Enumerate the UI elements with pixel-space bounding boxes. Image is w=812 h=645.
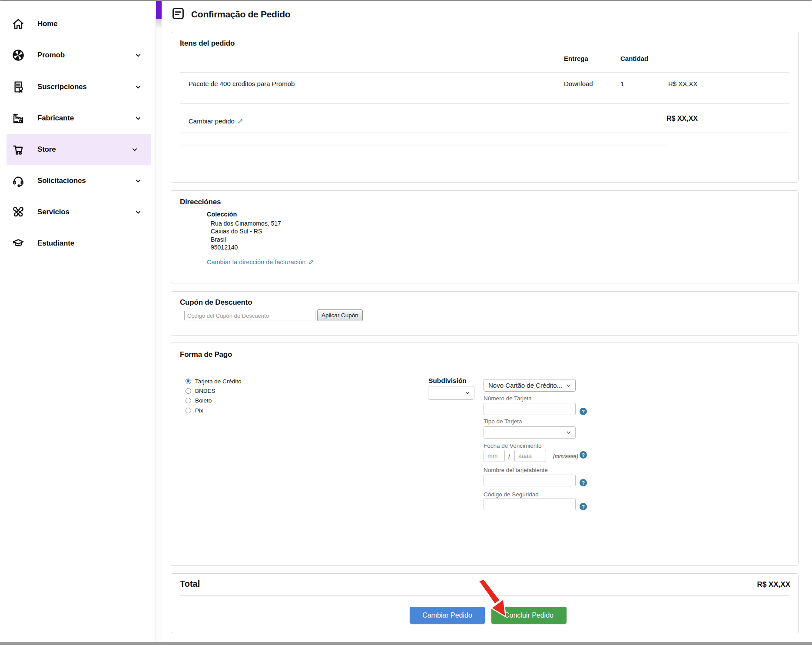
main-content: Confirmação de Pedido Itens del pedido E…: [162, 1, 812, 642]
subscriptions-icon: [11, 80, 25, 94]
expiry-separator: /: [508, 452, 510, 460]
subdivision-label: Subdivisión: [428, 377, 467, 385]
cvv-label: Código de Seguridad: [484, 491, 539, 498]
items-subtotal: R$ XX,XX: [666, 115, 698, 123]
sidebar-item-label: Store: [37, 145, 56, 154]
divider-short: [180, 146, 667, 146]
payment-method-boleto[interactable]: Boleto: [186, 397, 212, 404]
confirm-order-button[interactable]: Concluir Pedido: [491, 607, 567, 624]
addresses-card: Direcciónes Colección Rua dos Cinamomos,…: [171, 190, 799, 283]
chevron-down-icon: [566, 382, 572, 389]
total-card: Total R$ XX,XX Cambiar Pedido Concluir P…: [171, 573, 799, 633]
order-item-link[interactable]: Pacote de 400 creditos para Promob: [189, 80, 295, 87]
payment-method-pix[interactable]: Pix: [186, 407, 203, 414]
expiry-format-hint: (mm/aaaa): [553, 453, 578, 459]
page-header: Confirmação de Pedido: [171, 7, 290, 22]
coupon-title: Cupón de Descuento: [180, 298, 252, 307]
sidebar-item-store[interactable]: Store: [7, 134, 151, 165]
cardholder-help-icon[interactable]: ?: [580, 479, 587, 486]
column-header-cantidad: Cantidad: [620, 55, 648, 62]
home-icon: [11, 17, 25, 31]
sidebar-item-fabricante[interactable]: Fabricante: [0, 103, 155, 134]
chevron-down-icon: [134, 176, 143, 185]
chevron-down-icon: [134, 114, 143, 123]
subdivision-select[interactable]: [428, 386, 474, 400]
sidebar-item-label: Estudiante: [37, 239, 74, 248]
cvv-input[interactable]: [484, 499, 576, 510]
sidebar-item-suscripciones[interactable]: Suscripciones: [0, 71, 155, 103]
payment-title: Forma de Pago: [180, 350, 232, 359]
apply-coupon-button[interactable]: Aplicar Cupón: [317, 309, 363, 321]
payment-card: Forma de Pago Tarjeta de Crédito BNDES B…: [171, 342, 799, 566]
order-items-title: Itens del pedido: [180, 39, 235, 48]
order-item-entrega: Download: [564, 80, 593, 87]
card-type-label: Tipo de Tarjeta: [484, 418, 522, 425]
card-number-help-icon[interactable]: ?: [580, 408, 587, 415]
sidebar-item-label: Suscripciones: [37, 83, 87, 91]
card-number-input[interactable]: [484, 403, 576, 415]
card-type-select[interactable]: [484, 426, 576, 439]
expiry-year-input[interactable]: [514, 450, 546, 462]
change-billing-address-link[interactable]: Cambiar la dirección de facturación: [207, 258, 315, 266]
chevron-down-icon: [134, 208, 143, 216]
expiry-label: Fecha de Vencimiento: [484, 442, 542, 449]
saved-card-select[interactable]: Novo Cartão de Crédito...: [484, 379, 576, 392]
order-item-cantidad: 1: [620, 80, 624, 87]
change-order-link[interactable]: Cambiar pedido: [189, 117, 244, 125]
divider: [180, 103, 789, 104]
cvv-help-icon[interactable]: ?: [580, 503, 587, 510]
radio-icon[interactable]: [186, 388, 191, 394]
coupon-card: Cupón de Descuento Aplicar Cupón: [171, 291, 799, 336]
chevron-down-icon: [566, 429, 572, 436]
sidebar-item-estudiante[interactable]: Estudiante: [0, 228, 155, 259]
promob-logo-icon: [11, 48, 25, 62]
sidebar-item-solicitaciones[interactable]: Solicitaciones: [0, 165, 155, 196]
change-order-button[interactable]: Cambiar Pedido: [410, 607, 485, 624]
sidebar-item-label: Fabricante: [37, 114, 74, 123]
saved-card-select-value: Novo Cartão de Crédito...: [488, 382, 566, 389]
divider: [180, 595, 789, 596]
cardholder-label: Nombre del tarjetabiente: [484, 467, 548, 473]
sidebar-item-servicios[interactable]: Servicios: [0, 196, 155, 228]
sidebar-item-label: Promob: [37, 51, 65, 60]
divider: [180, 133, 789, 133]
expiry-help-icon[interactable]: ?: [580, 451, 587, 459]
main-scrollbar-track[interactable]: [155, 1, 162, 642]
sidebar-item-home[interactable]: Home: [0, 8, 155, 40]
address-lines: Rua dos Cinamomos, 517 Caxias do Sul - R…: [211, 219, 281, 252]
chevron-down-icon: [134, 51, 143, 60]
window-bottom-edge: [0, 642, 812, 645]
factory-icon: [11, 111, 25, 125]
radio-selected-icon[interactable]: [186, 379, 191, 384]
order-document-icon: [171, 7, 185, 22]
card-number-label: Número de Tarjeta: [484, 395, 532, 402]
payment-method-bndes[interactable]: BNDES: [186, 387, 215, 394]
address-name: Colección: [207, 211, 237, 218]
graduation-cap-icon: [11, 236, 25, 250]
payment-method-tarjeta[interactable]: Tarjeta de Crédito: [186, 378, 242, 385]
tools-icon: [11, 205, 25, 219]
expiry-month-input[interactable]: [484, 450, 505, 462]
addresses-title: Direcciónes: [180, 198, 221, 206]
pencil-icon: [305, 259, 315, 266]
sidebar-item-label: Servicios: [37, 208, 70, 216]
order-confirmation-page: Home Promob Suscripciones: [0, 0, 812, 645]
order-item-price: R$ XX,XX: [668, 80, 698, 87]
sidebar-item-promob[interactable]: Promob: [0, 40, 155, 71]
main-scrollbar-thumb[interactable]: [156, 1, 162, 19]
column-header-entrega: Entrega: [564, 55, 588, 62]
coupon-code-input[interactable]: [184, 311, 315, 320]
sidebar: Home Promob Suscripciones: [0, 1, 155, 642]
sidebar-item-label: Solicitaciones: [37, 176, 86, 185]
headset-icon: [11, 174, 25, 188]
sidebar-item-label: Home: [37, 20, 57, 28]
cart-icon: [11, 143, 25, 156]
order-items-card: Itens del pedido Entrega Cantidad Pacote…: [171, 32, 799, 183]
total-label: Total: [180, 579, 200, 589]
radio-icon[interactable]: [186, 398, 191, 403]
pencil-icon: [235, 117, 244, 125]
radio-icon[interactable]: [186, 408, 191, 413]
chevron-down-icon: [130, 145, 139, 154]
page-title: Confirmação de Pedido: [191, 9, 290, 20]
cardholder-input[interactable]: [484, 475, 576, 486]
